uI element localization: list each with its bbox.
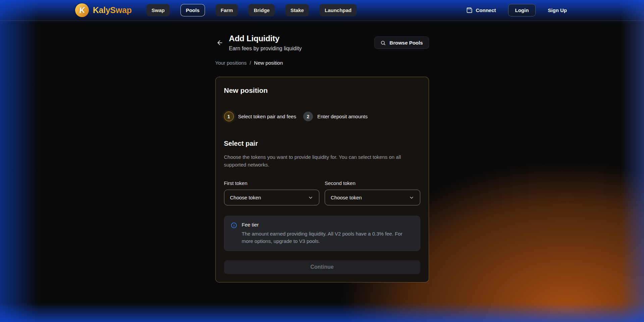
fee-tier-title: Fee tier (242, 222, 414, 228)
top-navbar: K KalySwap Swap Pools Farm Bridge Stake … (0, 0, 644, 21)
token-selectors-row: First token Choose token Second token Ch… (224, 180, 420, 205)
info-icon (231, 222, 237, 229)
wallet-icon (466, 7, 473, 13)
chevron-down-icon (308, 195, 313, 200)
page-title: Add Liquidity (229, 34, 302, 43)
kalyswap-logo[interactable]: K KalySwap (75, 3, 132, 17)
back-button[interactable] (215, 38, 225, 48)
breadcrumb-new-position: New position (254, 60, 283, 66)
page-header: Add Liquidity Earn fees by providing liq… (215, 34, 429, 52)
browse-pools-label: Browse Pools (389, 40, 423, 46)
browse-pools-button[interactable]: Browse Pools (374, 37, 429, 49)
signup-button[interactable]: Sign Up (546, 7, 569, 13)
select-pair-description: Choose the tokens you want to provide li… (224, 153, 405, 169)
search-icon (380, 40, 386, 46)
continue-button[interactable]: Continue (224, 260, 420, 274)
select-pair-title: Select pair (224, 140, 420, 147)
nav-item-launchpad[interactable]: Launchpad (320, 4, 357, 16)
step-2: 2 Enter deposit amounts (303, 112, 368, 121)
step-2-label: Enter deposit amounts (317, 114, 368, 119)
nav-item-pools[interactable]: Pools (180, 4, 205, 16)
nav-menu: Swap Pools Farm Bridge Stake Launchpad (147, 4, 357, 16)
steps-indicator: 1 Select token pair and fees 2 Enter dep… (224, 112, 420, 121)
breadcrumb: Your positions / New position (215, 60, 429, 66)
step-2-number: 2 (303, 112, 313, 121)
logo-letter: K (78, 5, 85, 15)
nav-item-swap[interactable]: Swap (147, 4, 170, 16)
nav-item-stake[interactable]: Stake (285, 4, 309, 16)
breadcrumb-separator: / (250, 60, 251, 66)
second-token-dropdown[interactable]: Choose token (325, 190, 420, 205)
connect-wallet-button[interactable]: Connect (464, 7, 498, 14)
fee-tier-description: The amount earned providing liquidity. A… (242, 230, 414, 245)
add-liquidity-page: K KalySwap Swap Pools Farm Bridge Stake … (0, 0, 644, 322)
first-token-dropdown[interactable]: Choose token (224, 190, 320, 205)
breadcrumb-your-positions[interactable]: Your positions (215, 60, 247, 66)
nav-item-bridge[interactable]: Bridge (249, 4, 275, 16)
brand-name: KalySwap (93, 5, 132, 15)
fee-tier-text: Fee tier The amount earned providing liq… (242, 222, 414, 245)
second-token-column: Second token Choose token (325, 180, 420, 205)
card-title: New position (224, 86, 420, 94)
arrow-left-icon (216, 39, 223, 46)
first-token-column: First token Choose token (224, 180, 320, 205)
first-token-value: Choose token (230, 195, 261, 200)
first-token-label: First token (224, 180, 320, 186)
kalyswap-logo-icon: K (75, 3, 89, 17)
login-button[interactable]: Login (508, 4, 536, 16)
second-token-value: Choose token (331, 195, 362, 200)
main-content: Add Liquidity Earn fees by providing liq… (215, 21, 429, 282)
nav-right-section: Connect Login Sign Up (464, 4, 569, 16)
page-subtitle: Earn fees by providing liquidity (229, 46, 302, 52)
step-1: 1 Select token pair and fees (224, 112, 296, 121)
fee-tier-info-box: Fee tier The amount earned providing liq… (224, 216, 420, 251)
navbar-inner: K KalySwap Swap Pools Farm Bridge Stake … (75, 0, 569, 20)
title-block: Add Liquidity Earn fees by providing liq… (229, 34, 302, 52)
second-token-label: Second token (325, 180, 420, 186)
step-1-number: 1 (224, 112, 234, 121)
new-position-card: New position 1 Select token pair and fee… (215, 77, 429, 282)
connect-label: Connect (476, 7, 496, 13)
chevron-down-icon (409, 195, 414, 200)
step-1-label: Select token pair and fees (238, 114, 296, 119)
nav-item-farm[interactable]: Farm (216, 4, 238, 16)
